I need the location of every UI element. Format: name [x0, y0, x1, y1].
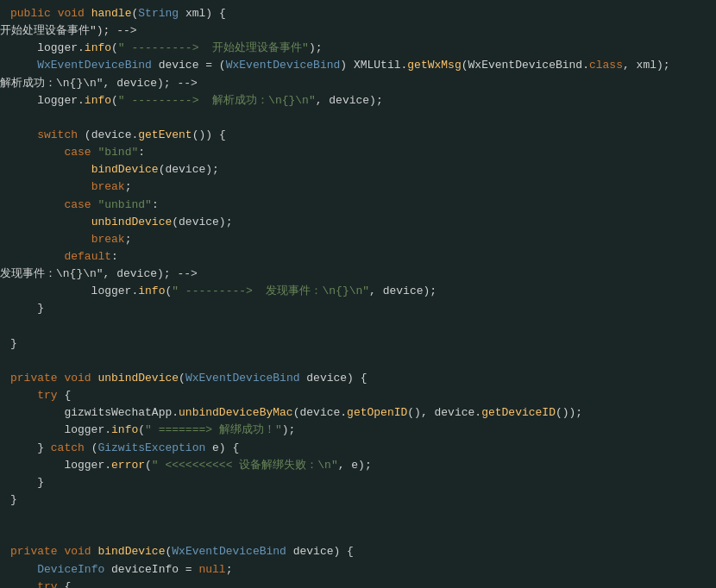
code-line: public void handle(String xml) { — [0, 5, 716, 22]
code-line: logger.info(" ---------> 开始处理设备事件"); — [0, 40, 716, 57]
code-line: } — [0, 474, 716, 491]
code-line-blank — [0, 509, 716, 526]
code-line: case "bind": — [0, 144, 716, 161]
code-line: switch (device.getEvent()) { — [0, 127, 716, 144]
code-line: unbindDevice(device); — [0, 214, 716, 231]
code-line: } — [0, 300, 716, 317]
code-line: gizwitsWechatApp.unbindDeviceByMac(devic… — [0, 404, 716, 422]
code-line-blank — [0, 318, 716, 335]
code-line: private void unbindDevice(WxEventDeviceB… — [0, 370, 716, 387]
code-line: } — [0, 335, 716, 353]
code-line: logger.info(" ---------> 解析成功：\n{}\n", d… — [0, 92, 716, 109]
code-line: DeviceInfo deviceInfo = null; — [0, 561, 716, 579]
code-line-blank — [0, 353, 716, 370]
code-line: private void bindDevice(WxEventDeviceBin… — [0, 543, 716, 560]
code-line: bindDevice(device); — [0, 161, 716, 178]
code-line: logger.info(" =======> 解绑成功！"); — [0, 422, 716, 439]
code-line: logger.error(" <<<<<<<<<< 设备解绑失败：\n", e)… — [0, 457, 716, 474]
code-line: case "unbind": — [0, 197, 716, 214]
code-line-blank — [0, 526, 716, 543]
code-line: logger.info(" ---------> 发现事件：\n{}\n", d… — [0, 283, 716, 300]
code-line: break; — [0, 231, 716, 248]
code-line: break; — [0, 178, 716, 196]
code-line: } catch (GizwitsException e) { — [0, 440, 716, 457]
code-line: default: — [0, 248, 716, 266]
code-line: } — [0, 491, 716, 509]
code-line: WxEventDeviceBind device = (WxEventDevic… — [0, 57, 716, 74]
code-editor: public void handle(String xml) { 开始处理设备事… — [0, 0, 716, 588]
code-line: try { — [0, 579, 716, 588]
code-line: try { — [0, 387, 716, 404]
code-line-blank — [0, 109, 716, 127]
